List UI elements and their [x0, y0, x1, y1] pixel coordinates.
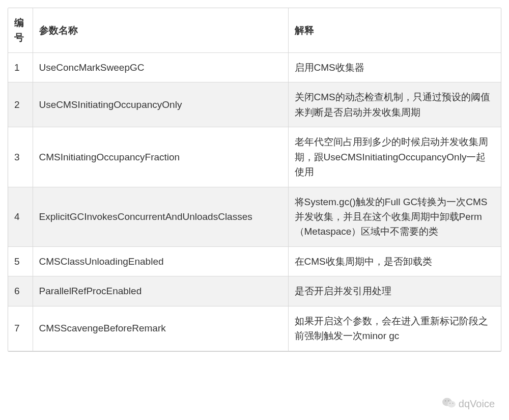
cell-name: CMSInitiatingOccupancyFraction: [33, 127, 288, 187]
table-row: 6 ParallelRefProcEnabled 是否开启并发引用处理: [8, 276, 501, 306]
table-row: 4 ExplicitGCInvokesConcurrentAndUnloadsC…: [8, 187, 501, 246]
table-row: 1 UseConcMarkSweepGC 启用CMS收集器: [8, 52, 501, 82]
cell-name: ParallelRefProcEnabled: [33, 276, 288, 306]
parameter-table: 编号 参数名称 解释 1 UseConcMarkSweepGC 启用CMS收集器…: [8, 8, 501, 351]
cell-desc: 将System.gc()触发的Full GC转换为一次CMS并发收集，并且在这个…: [288, 187, 501, 246]
header-desc: 解释: [288, 8, 501, 52]
cell-desc: 如果开启这个参数，会在进入重新标记阶段之前强制触发一次minor gc: [288, 306, 501, 351]
table-row: 5 CMSClassUnloadingEnabled 在CMS收集周期中，是否卸…: [8, 246, 501, 276]
cell-index: 3: [8, 127, 33, 187]
table-row: 3 CMSInitiatingOccupancyFraction 老年代空间占用…: [8, 127, 501, 187]
table-header-row: 编号 参数名称 解释: [8, 8, 501, 52]
table-row: 7 CMSScavengeBeforeRemark 如果开启这个参数，会在进入重…: [8, 306, 501, 351]
cell-name: CMSScavengeBeforeRemark: [33, 306, 288, 351]
cell-desc: 关闭CMS的动态检查机制，只通过预设的阈值来判断是否启动并发收集周期: [288, 82, 501, 127]
cell-name: UseConcMarkSweepGC: [33, 52, 288, 82]
cell-name: UseCMSInitiatingOccupancyOnly: [33, 82, 288, 127]
parameter-table-container: 编号 参数名称 解释 1 UseConcMarkSweepGC 启用CMS收集器…: [8, 8, 501, 352]
cell-desc: 是否开启并发引用处理: [288, 276, 501, 306]
cell-desc: 老年代空间占用到多少的时候启动并发收集周期，跟UseCMSInitiatingO…: [288, 127, 501, 187]
header-index: 编号: [8, 8, 33, 52]
cell-desc: 在CMS收集周期中，是否卸载类: [288, 246, 501, 276]
cell-index: 7: [8, 306, 33, 351]
cell-name: CMSClassUnloadingEnabled: [33, 246, 288, 276]
table-row: 2 UseCMSInitiatingOccupancyOnly 关闭CMS的动态…: [8, 82, 501, 127]
cell-index: 2: [8, 82, 33, 127]
cell-index: 1: [8, 52, 33, 82]
cell-index: 5: [8, 246, 33, 276]
cell-desc: 启用CMS收集器: [288, 52, 501, 82]
cell-name: ExplicitGCInvokesConcurrentAndUnloadsCla…: [33, 187, 288, 246]
cell-index: 6: [8, 276, 33, 306]
cell-index: 4: [8, 187, 33, 246]
header-name: 参数名称: [33, 8, 288, 52]
